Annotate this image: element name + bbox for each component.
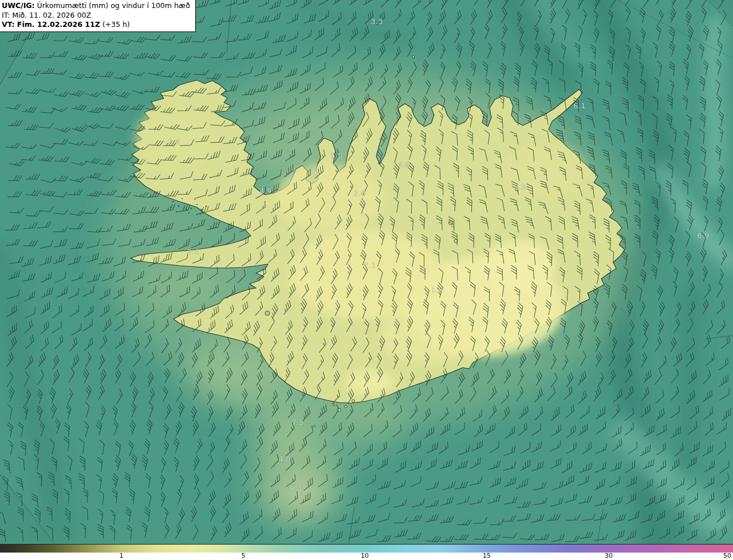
- product-title: Úrkomumætti (mm) og vindur í 100m hæð: [35, 1, 190, 10]
- title-line-init: IT: Mið. 11. 02. 2026 00Z: [2, 11, 190, 21]
- title-line-valid: VT: Fim. 12.02.2026 11Z (+35 h): [2, 20, 190, 30]
- lake-thingvallavatn: [265, 311, 270, 316]
- map-graphics: [0, 0, 733, 544]
- colorbar-tick-15: 15: [483, 552, 491, 559]
- title-box: UWC/IG: Úrkomumætti (mm) og vindur í 100…: [0, 0, 196, 32]
- valid-time: VT: Fim. 12.02.2026 11Z: [2, 20, 100, 29]
- map-canvas: 3.36.12.45.04.64.92.03.56.92.47.11.07.54…: [0, 0, 733, 544]
- colorbar-tick-30: 30: [605, 552, 613, 559]
- colorbar-gradient: [0, 544, 733, 553]
- colorbar-tick-5: 5: [242, 552, 246, 559]
- lead-time: (+35 h): [100, 20, 130, 29]
- model-id: UWC/IG:: [2, 1, 35, 10]
- colorbar-tick-1: 1: [120, 552, 124, 559]
- title-line-product: UWC/IG: Úrkomumætti (mm) og vindur í 100…: [2, 1, 190, 11]
- weather-map-app: 3.36.12.45.04.64.92.03.56.92.47.11.07.54…: [0, 0, 733, 560]
- precipitation-colorbar: 1510153050: [0, 544, 733, 560]
- colorbar-tick-10: 10: [361, 552, 369, 559]
- colorbar-tick-50: 50: [723, 552, 731, 559]
- colorbar-tick-row: 1510153050: [0, 553, 733, 560]
